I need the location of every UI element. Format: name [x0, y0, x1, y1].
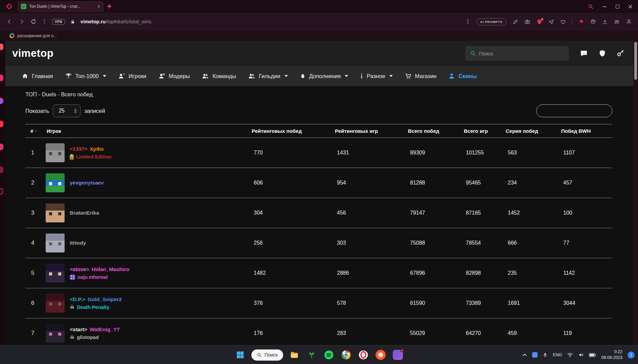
nav-item-addons[interactable]: Дополнения: [300, 73, 348, 79]
heart-icon[interactable]: [560, 19, 566, 25]
sidebar-app-icon[interactable]: [0, 121, 3, 127]
sidebar-app-icon[interactable]: [0, 75, 3, 81]
cube-icon[interactable]: [590, 19, 596, 25]
microphone-icon[interactable]: [543, 352, 548, 358]
table-search-input[interactable]: [536, 104, 612, 117]
nav-item-players[interactable]: Игроки: [118, 73, 146, 79]
table-row[interactable]: 4 ItHody 256 303 75088 78554 666 77: [25, 228, 612, 258]
site-logo[interactable]: vimetop: [12, 47, 53, 59]
table-row[interactable]: 3 BratanErika 304 456 79147 87165 1452 1…: [25, 198, 612, 228]
player-avatar[interactable]: [46, 234, 65, 252]
shield-icon[interactable]: [598, 49, 606, 57]
nav-item-teams[interactable]: Команды: [202, 73, 236, 79]
lock-icon[interactable]: [70, 19, 75, 24]
profile-icon[interactable]: [626, 19, 632, 25]
minimize-button[interactable]: [602, 4, 607, 9]
header-rank[interactable]: # ↑: [25, 128, 46, 134]
camera-icon[interactable]: [524, 19, 530, 25]
kebab-menu-icon[interactable]: [42, 19, 47, 24]
nav-item-moders[interactable]: Модеры: [158, 73, 190, 79]
notification-badge[interactable]: 2: [628, 351, 635, 359]
player-avatar[interactable]: [46, 264, 65, 283]
bookmark-item[interactable]: расширения для о...: [17, 33, 57, 38]
close-button[interactable]: [628, 4, 633, 9]
support-chat-icon[interactable]: [579, 49, 588, 57]
player-name[interactable]: BratanErika: [70, 210, 99, 216]
opera-gx-logo-icon[interactable]: [5, 3, 13, 10]
browser-tab[interactable]: Топ Duels | VimeTop - стат... ×: [18, 1, 104, 12]
file-explorer-icon[interactable]: [288, 349, 300, 361]
tabbar-search-icon[interactable]: [588, 4, 594, 9]
page-scrollbar[interactable]: [633, 41, 638, 345]
player-name[interactable]: Gold_Sniper2: [88, 296, 122, 302]
nav-item-home[interactable]: Главная: [22, 73, 53, 79]
taskbar-search[interactable]: Поиск: [251, 349, 283, 361]
url-field[interactable]: vimetop.ru/top#duels/total_wins: [81, 19, 152, 24]
puzzle-extension-icon[interactable]: [578, 19, 584, 25]
table-row[interactable]: 2 yevgenyisaev 606 954 81288 95465 234 4…: [25, 168, 612, 198]
player-avatar[interactable]: [46, 203, 65, 222]
header-rating-wins[interactable]: Рейтинговых побед: [252, 128, 335, 134]
scrollbar-thumb[interactable]: [634, 42, 637, 80]
header-bwh-wins[interactable]: Побед BWH: [561, 128, 612, 134]
player-name[interactable]: yevgenyisaev: [70, 180, 104, 186]
site-search-input[interactable]: [479, 51, 564, 56]
player-name[interactable]: Xp9ix: [90, 146, 104, 152]
player-name[interactable]: WatEnig_YT: [90, 326, 120, 333]
per-page-select[interactable]: 25: [53, 104, 81, 117]
shield-icon[interactable]: [537, 19, 542, 25]
nav-item-misc[interactable]: Разное: [360, 73, 392, 79]
chrome-icon[interactable]: [340, 349, 352, 361]
nav-item-guilds[interactable]: Гильдии: [248, 73, 288, 79]
table-row[interactable]: 7 <start>WatEnig_YT glistopad 176 283 55…: [25, 318, 612, 345]
download-icon[interactable]: [602, 19, 608, 25]
site-search-box[interactable]: [465, 46, 569, 60]
tray-app-icon[interactable]: [532, 352, 538, 358]
player-name[interactable]: ItHody: [70, 240, 86, 246]
sidebar-app-icon[interactable]: [0, 144, 3, 150]
reddit-icon[interactable]: [374, 349, 387, 361]
battery-icon[interactable]: [589, 353, 596, 357]
maximize-button[interactable]: [616, 5, 619, 8]
clock[interactable]: 0:22 09.08.2023: [601, 349, 622, 361]
vpn-badge[interactable]: VPN: [52, 19, 65, 25]
tab-close-icon[interactable]: ×: [97, 4, 100, 9]
reload-icon[interactable]: [30, 19, 37, 25]
spotify-icon[interactable]: [323, 349, 335, 361]
player-avatar[interactable]: [46, 324, 65, 343]
new-tab-button[interactable]: +: [107, 3, 111, 10]
sidebar-app-icon[interactable]: [0, 188, 3, 195]
kebab-menu-icon[interactable]: [465, 19, 470, 24]
opera-icon[interactable]: [357, 349, 369, 361]
table-row[interactable]: 6 <D.P.>Gold_Sniper2 Death Penalty 376 5…: [25, 288, 612, 318]
sidebar-app-icon[interactable]: [0, 167, 3, 173]
header-total-wins[interactable]: Всего побед: [408, 128, 464, 134]
chat-app-icon[interactable]: [392, 349, 404, 361]
edit-icon[interactable]: [512, 19, 518, 25]
language-indicator[interactable]: ENG: [553, 353, 562, 357]
forward-icon[interactable]: [18, 18, 25, 25]
player-avatar[interactable]: [46, 173, 65, 192]
nav-item-skins[interactable]: Скины: [448, 73, 477, 79]
player-avatar[interactable]: [46, 143, 65, 162]
nav-item-top1000[interactable]: Топ-1000: [65, 73, 106, 79]
header-rating-games[interactable]: Рейтинговых игр: [335, 128, 408, 134]
table-row[interactable]: 1 <1337>Xp9ix Limited Edition 770 1431 8…: [25, 138, 612, 168]
plant-app-icon[interactable]: [305, 349, 318, 361]
ai-prompts-button[interactable]: AI PROMPTS: [476, 18, 506, 25]
send-icon[interactable]: [548, 19, 554, 25]
nav-item-shop[interactable]: Магазин: [405, 73, 437, 79]
key-icon[interactable]: [616, 49, 624, 57]
wifi-icon[interactable]: [567, 353, 573, 358]
header-total-games[interactable]: Всего игр: [464, 128, 506, 134]
sidebar-app-icon[interactable]: [0, 44, 3, 50]
header-player[interactable]: Игрок: [46, 128, 252, 134]
header-win-streak[interactable]: Серия побед: [506, 128, 561, 134]
back-icon[interactable]: [6, 18, 13, 25]
volume-icon[interactable]: [578, 352, 584, 358]
player-avatar[interactable]: [46, 294, 65, 313]
settings-sliders-icon[interactable]: [614, 19, 620, 25]
sidebar-app-icon[interactable]: [0, 98, 3, 104]
table-row[interactable]: 5 <elove>Hidan_Mashiro soju ethereal 148…: [25, 258, 612, 288]
start-button[interactable]: [234, 349, 246, 361]
